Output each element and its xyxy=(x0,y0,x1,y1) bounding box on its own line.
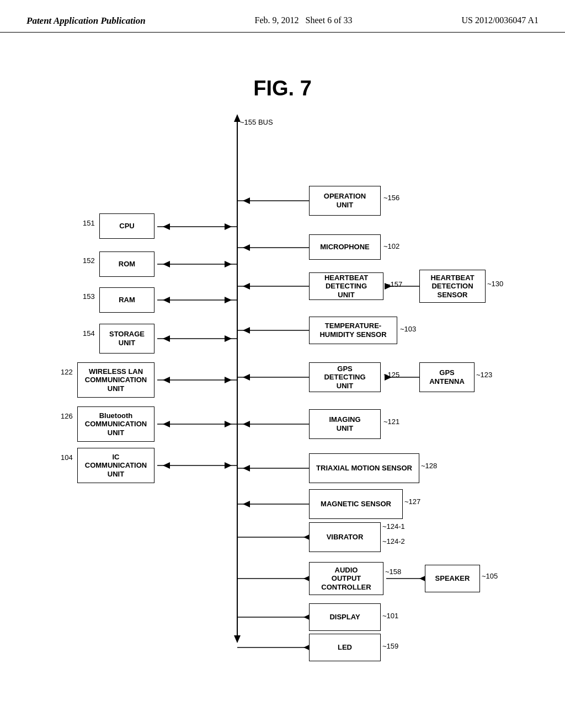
box-rom: ROM xyxy=(99,251,154,277)
box-heartbeat-sensor: HEARTBEAT DETECTION SENSOR xyxy=(419,270,486,303)
box-bluetooth: Bluetooth COMMUNICATION UNIT xyxy=(77,406,154,442)
svg-marker-2 xyxy=(234,635,241,643)
ref-156: ~156 xyxy=(383,194,399,202)
box-gps-detect: GPS DETECTING UNIT xyxy=(309,362,381,392)
ref-151: 151 xyxy=(83,219,95,227)
ref-124-2: ~124-2 xyxy=(382,537,405,545)
ref-105: ~105 xyxy=(482,572,498,580)
box-triaxial: TRIAXIAL MOTION SENSOR xyxy=(309,453,419,483)
svg-marker-29 xyxy=(243,283,250,290)
ref-154: 154 xyxy=(83,329,95,338)
svg-marker-10 xyxy=(163,297,170,303)
box-led: LED xyxy=(309,634,381,661)
svg-marker-35 xyxy=(243,374,250,381)
box-storage: STORAGE UNIT xyxy=(99,324,154,354)
svg-marker-41 xyxy=(243,465,250,472)
svg-marker-27 xyxy=(243,244,250,251)
box-imaging: IMAGING UNIT xyxy=(309,409,381,439)
svg-marker-16 xyxy=(163,377,170,383)
box-display: DISPLAY xyxy=(309,603,381,631)
svg-marker-14 xyxy=(225,335,232,342)
box-audio-output: AUDIO OUTPUT CONTROLLER xyxy=(309,562,383,595)
svg-marker-43 xyxy=(243,501,250,507)
ref-155-bus: ~155 BUS xyxy=(240,118,273,126)
ref-123: ~123 xyxy=(476,371,492,379)
page-header: Patent Application Publication Feb. 9, 2… xyxy=(0,0,565,33)
box-operation: OPERATION UNIT xyxy=(309,186,381,216)
svg-marker-13 xyxy=(163,335,170,342)
ref-128: ~128 xyxy=(421,462,437,470)
box-wireless-lan: WIRELESS LAN COMMUNICATION UNIT xyxy=(77,362,154,398)
ref-130: ~130 xyxy=(487,280,503,288)
ref-157: ~157 xyxy=(386,280,402,288)
box-cpu: CPU xyxy=(99,213,154,239)
ref-124-1: ~124-1 xyxy=(382,522,405,531)
svg-marker-33 xyxy=(243,327,250,334)
svg-marker-7 xyxy=(163,261,170,267)
diagram-area: FIG. 7 xyxy=(0,33,565,722)
header-date-sheet: Feb. 9, 2012 Sheet 6 of 33 xyxy=(255,15,353,25)
ref-122: 122 xyxy=(61,368,73,376)
svg-marker-8 xyxy=(225,261,232,267)
svg-marker-22 xyxy=(163,462,170,469)
ref-153: 153 xyxy=(83,292,95,301)
svg-marker-25 xyxy=(243,197,250,204)
ref-101: ~101 xyxy=(382,612,398,620)
svg-marker-20 xyxy=(225,421,232,427)
box-heartbeat-detect: HEARTBEAT DETECTING UNIT xyxy=(309,272,383,300)
box-gps-antenna: GPS ANTENNA xyxy=(419,362,475,392)
box-magnetic: MAGNETIC SENSOR xyxy=(309,489,403,519)
fig-title: FIG. 7 xyxy=(253,77,312,100)
box-vibrator: VIBRATOR xyxy=(309,522,381,552)
ref-103: ~103 xyxy=(400,325,416,333)
box-ram: RAM xyxy=(99,287,154,313)
ref-104: 104 xyxy=(61,453,73,462)
svg-marker-17 xyxy=(225,377,232,383)
ref-127: ~127 xyxy=(404,497,420,506)
ref-158: ~158 xyxy=(385,568,401,576)
svg-marker-4 xyxy=(163,223,170,230)
svg-marker-11 xyxy=(225,297,232,303)
svg-marker-23 xyxy=(225,462,232,469)
ref-121: ~121 xyxy=(383,417,399,426)
box-ic-comm: IC COMMUNICATION UNIT xyxy=(77,448,154,483)
svg-marker-19 xyxy=(163,421,170,427)
box-microphone: MICROPHONE xyxy=(309,234,381,260)
svg-marker-39 xyxy=(243,421,250,427)
ref-159: ~159 xyxy=(382,642,398,650)
ref-126: 126 xyxy=(61,412,73,420)
box-temp-humidity: TEMPERATURE- HUMIDITY SENSOR xyxy=(309,317,397,344)
svg-marker-5 xyxy=(225,223,232,230)
patent-number: US 2012/0036047 A1 xyxy=(461,15,539,25)
ref-102: ~102 xyxy=(383,242,399,250)
publication-title: Patent Application Publication xyxy=(26,15,146,26)
ref-125: ~125 xyxy=(383,371,399,379)
ref-152: 152 xyxy=(83,256,95,265)
box-speaker: SPEAKER xyxy=(425,565,480,592)
